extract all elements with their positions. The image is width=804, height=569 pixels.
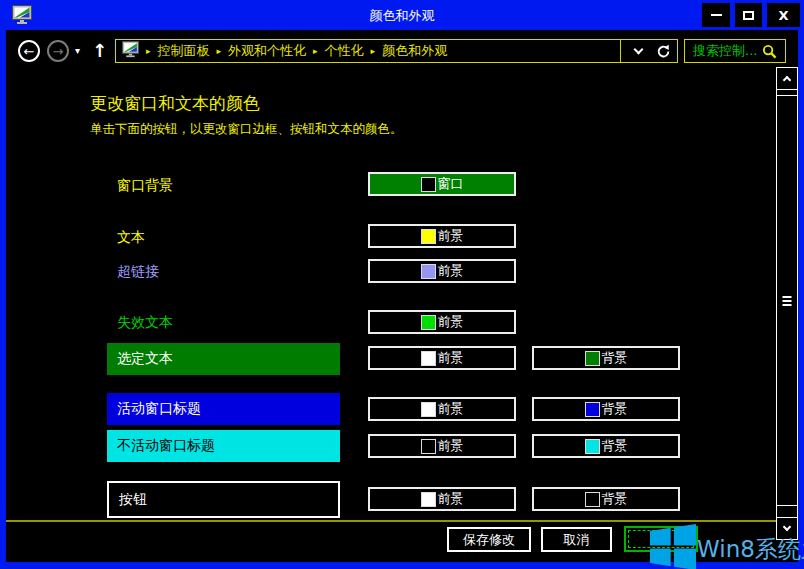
crumb-separator-icon: ▸ xyxy=(371,46,376,56)
window-border-left xyxy=(0,30,6,569)
active-title-foreground-color-button[interactable]: 前景 xyxy=(368,397,516,421)
search-icon xyxy=(762,44,777,59)
address-dropdown-icon[interactable] xyxy=(634,45,644,55)
divider xyxy=(620,40,621,62)
refresh-icon xyxy=(656,44,671,59)
row-label-button: 按钮 xyxy=(107,481,340,518)
title-bar: 颜色和外观 X xyxy=(0,0,804,30)
breadcrumb: ▸ 控制面板 ▸ 外观和个性化 ▸ 个性化 ▸ 颜色和外观 xyxy=(115,39,678,63)
color-button-label: 前景 xyxy=(438,437,464,455)
chevron-down-icon xyxy=(783,523,791,531)
row-label-active-title: 活动窗口标题 xyxy=(107,393,340,425)
color-button-label: 背景 xyxy=(602,400,628,418)
close-button[interactable]: X xyxy=(767,3,800,27)
up-button[interactable]: ↑ xyxy=(92,40,107,61)
crumb-separator-icon: ▸ xyxy=(313,46,318,56)
color-swatch xyxy=(421,264,436,279)
color-button-label: 窗口 xyxy=(438,175,464,193)
row-label-inactive-title: 不活动窗口标题 xyxy=(107,430,340,462)
color-swatch xyxy=(421,351,436,366)
color-swatch xyxy=(421,492,436,507)
window-border-right xyxy=(798,30,804,569)
maximize-button[interactable] xyxy=(735,3,762,27)
color-swatch xyxy=(421,315,436,330)
forward-button[interactable]: → xyxy=(47,40,69,62)
close-icon: X xyxy=(778,8,788,23)
row-label-text: 文本 xyxy=(117,229,145,247)
disabled-text-foreground-color-button[interactable]: 前景 xyxy=(368,310,516,334)
color-swatch xyxy=(585,351,600,366)
content-separator xyxy=(6,520,776,522)
color-swatch xyxy=(585,492,600,507)
row-label-window-background: 窗口背景 xyxy=(117,177,173,195)
maximize-icon xyxy=(743,11,754,20)
scrollbar[interactable] xyxy=(776,67,798,540)
windows-logo-icon xyxy=(650,524,696,569)
chevron-up-icon xyxy=(783,76,791,84)
active-title-background-color-button[interactable]: 背景 xyxy=(532,397,680,421)
color-swatch xyxy=(421,177,436,192)
selected-text-background-color-button[interactable]: 背景 xyxy=(532,346,680,370)
cancel-button[interactable]: 取消 xyxy=(541,527,612,552)
window-background-color-button[interactable]: 窗口 xyxy=(368,172,516,196)
search-input[interactable]: 搜索控制... xyxy=(684,39,786,63)
color-swatch xyxy=(585,439,600,454)
selected-text-foreground-color-button[interactable]: 前景 xyxy=(368,346,516,370)
page-subtitle: 单击下面的按钮，以更改窗口边框、按钮和文本的颜色。 xyxy=(90,121,403,138)
minimize-icon xyxy=(711,14,722,16)
color-button-label: 前景 xyxy=(438,227,464,245)
back-icon: ← xyxy=(24,44,35,59)
crumb-separator-icon: ▸ xyxy=(217,46,222,56)
color-button-label: 前景 xyxy=(438,313,464,331)
color-button-label: 背景 xyxy=(602,349,628,367)
search-placeholder: 搜索控制... xyxy=(693,42,757,60)
button-background-color-button[interactable]: 背景 xyxy=(532,487,680,511)
color-button-label: 前景 xyxy=(438,349,464,367)
color-button-label: 背景 xyxy=(602,490,628,508)
breadcrumb-item-personalization[interactable]: 个性化 xyxy=(325,42,364,60)
row-label-selected-text: 选定文本 xyxy=(107,343,340,375)
color-swatch xyxy=(421,229,436,244)
grip-icon xyxy=(783,296,792,306)
save-changes-button[interactable]: 保存修改 xyxy=(447,527,531,552)
color-swatch xyxy=(421,402,436,417)
color-swatch xyxy=(585,402,600,417)
crumb-separator-icon: ▸ xyxy=(146,46,151,56)
breadcrumb-item-color-appearance[interactable]: 颜色和外观 xyxy=(382,42,447,60)
scroll-up-button[interactable] xyxy=(777,68,797,90)
minimize-button[interactable] xyxy=(702,3,730,27)
hyperlink-foreground-color-button[interactable]: 前景 xyxy=(368,259,516,283)
page-title: 更改窗口和文本的颜色 xyxy=(90,92,260,115)
refresh-button[interactable] xyxy=(656,44,671,59)
color-button-label: 前景 xyxy=(438,490,464,508)
text-foreground-color-button[interactable]: 前景 xyxy=(368,224,516,248)
color-button-label: 前景 xyxy=(438,400,464,418)
inactive-title-foreground-color-button[interactable]: 前景 xyxy=(368,434,516,458)
color-swatch xyxy=(421,439,436,454)
history-dropdown-icon[interactable]: ▾ xyxy=(75,45,80,56)
breadcrumb-item-control-panel[interactable]: 控制面板 xyxy=(158,42,210,60)
breadcrumb-item-appearance[interactable]: 外观和个性化 xyxy=(228,42,306,60)
row-label-disabled-text: 失效文本 xyxy=(117,314,173,332)
window-title: 颜色和外观 xyxy=(0,7,804,25)
row-label-hyperlink: 超链接 xyxy=(117,263,159,281)
inactive-title-background-color-button[interactable]: 背景 xyxy=(532,434,680,458)
display-icon xyxy=(122,41,139,61)
button-foreground-color-button[interactable]: 前景 xyxy=(368,487,516,511)
back-button[interactable]: ← xyxy=(18,40,40,62)
watermark-text: Win8系统之家 xyxy=(697,534,804,565)
scroll-thumb[interactable] xyxy=(777,95,797,506)
color-button-label: 前景 xyxy=(438,262,464,280)
color-button-label: 背景 xyxy=(602,437,628,455)
forward-icon: → xyxy=(53,44,64,59)
